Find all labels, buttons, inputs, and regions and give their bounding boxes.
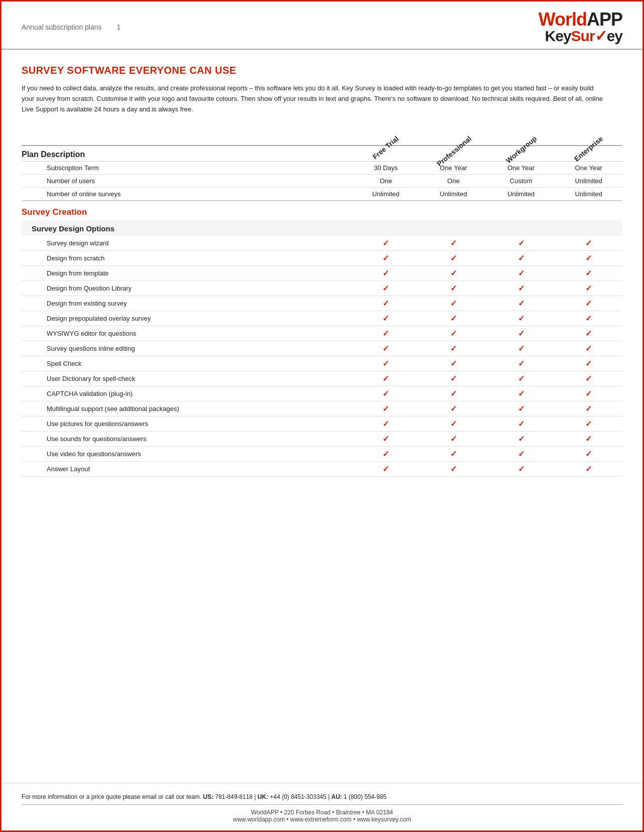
use-sounds-row: Use sounds for questions/answers ✓ ✓ ✓ ✓	[22, 432, 622, 447]
design-template-row: Design from template ✓ ✓ ✓ ✓	[22, 266, 622, 281]
check-spell-work: ✓	[518, 359, 525, 368]
num-surveys-ent: Unlimited	[555, 188, 622, 201]
design-scratch-row: Design from scratch ✓ ✓ ✓ ✓	[22, 251, 622, 266]
inline-editing-label: Survey questions inline editing	[22, 341, 352, 356]
check-existing-work: ✓	[518, 299, 525, 308]
doc-title: Annual subscription plans	[22, 23, 102, 31]
check-wizard-work: ✓	[518, 239, 525, 247]
footer-au-label: AU:	[331, 793, 342, 800]
check-video-ent: ✓	[585, 450, 592, 458]
multilingual-row: Multilingual support (see additional pac…	[22, 401, 622, 417]
check-layout-free: ✓	[382, 465, 389, 473]
subscription-term-row: Subscription Term 30 Days One Year One Y…	[22, 162, 622, 175]
use-video-label: Use video for questions/answers	[22, 447, 352, 462]
num-surveys-label: Number of online surveys	[22, 188, 352, 201]
use-sounds-label: Use sounds for questions/answers	[22, 432, 352, 447]
footer-divider	[22, 804, 622, 805]
check-spell-free: ✓	[382, 359, 389, 368]
num-users-row: Number of users One One Custom Unlimited	[22, 175, 622, 188]
logo-keysurvey: KeySur✓ey	[545, 29, 622, 44]
check-template-free: ✓	[382, 269, 389, 278]
footer-us-phone: 781-849-8118	[215, 793, 253, 800]
page-number: 1	[117, 23, 121, 31]
check-wysiwyg-pro: ✓	[450, 329, 457, 338]
multilingual-label: Multilingual support (see additional pac…	[22, 401, 352, 417]
check-multi-ent: ✓	[585, 404, 592, 413]
footer-us-label: US:	[203, 793, 214, 800]
pricing-table: Free Trial Professional Workgroup Enterp…	[22, 129, 622, 477]
footer-address-line1: WorldAPP • 220 Forbes Road • Braintree •…	[22, 809, 622, 816]
design-scratch-label: Design from scratch	[22, 251, 352, 266]
check-scratch-pro: ✓	[450, 254, 457, 262]
check-dict-free: ✓	[382, 374, 389, 383]
spell-check-label: Spell Check	[22, 356, 352, 371]
check-layout-ent: ✓	[585, 465, 592, 473]
check-video-free: ✓	[382, 450, 389, 458]
footer-contact-text: For more information or a price quote pl…	[22, 793, 201, 800]
check-existing-free: ✓	[382, 299, 389, 308]
survey-creation-header-row: Survey Creation	[22, 201, 622, 220]
logo: WorldAPP KeySur✓ey	[539, 11, 622, 44]
logo-sur-text: Sur	[571, 28, 595, 44]
col-professional: Professional	[420, 129, 487, 146]
check-inline-pro: ✓	[450, 344, 457, 353]
design-prepopulated-label: Design prepopulated overlay survey	[22, 311, 352, 326]
footer-uk-label: UK:	[257, 793, 268, 800]
empty-col-header	[22, 129, 352, 146]
logo-key-text: Key	[545, 28, 571, 44]
check-multi-free: ✓	[382, 404, 389, 413]
check-pic-free: ✓	[382, 420, 389, 428]
check-sound-work: ✓	[518, 435, 525, 443]
survey-design-options-header-row: Survey Design Options	[22, 220, 622, 236]
subscription-term-work: One Year	[487, 162, 555, 175]
check-scratch-free: ✓	[382, 254, 389, 262]
check-captcha-free: ✓	[382, 389, 389, 398]
num-users-ent: Unlimited	[555, 175, 622, 188]
use-video-row: Use video for questions/answers ✓ ✓ ✓ ✓	[22, 447, 622, 462]
check-qlibrary-ent: ✓	[585, 284, 592, 293]
num-surveys-work: Unlimited	[487, 188, 555, 201]
spell-check-row: Spell Check ✓ ✓ ✓ ✓	[22, 356, 622, 371]
logo-world-text: WorldAPP	[539, 9, 622, 30]
inline-editing-row: Survey questions inline editing ✓ ✓ ✓ ✓	[22, 341, 622, 356]
check-existing-pro: ✓	[450, 299, 457, 308]
check-template-ent: ✓	[585, 269, 592, 278]
check-multi-work: ✓	[518, 404, 525, 413]
num-users-work: Custom	[487, 175, 555, 188]
check-qlibrary-pro: ✓	[450, 284, 457, 293]
check-wizard-free: ✓	[382, 239, 389, 247]
check-sound-pro: ✓	[450, 435, 457, 443]
design-question-library-row: Design from Question Library ✓ ✓ ✓ ✓	[22, 281, 622, 296]
check-existing-ent: ✓	[585, 299, 592, 308]
wysiwyg-row: WYSIWYG editor for questions ✓ ✓ ✓ ✓	[22, 326, 622, 341]
check-captcha-pro: ✓	[450, 389, 457, 398]
check-pic-work: ✓	[518, 420, 525, 428]
check-template-pro: ✓	[450, 269, 457, 278]
check-pic-ent: ✓	[585, 420, 592, 428]
col-workgroup: Workgroup	[487, 129, 555, 146]
captcha-row: CAPTCHA validation (plug-in) ✓ ✓ ✓ ✓	[22, 386, 622, 401]
check-template-work: ✓	[518, 269, 525, 278]
check-sound-free: ✓	[382, 435, 389, 443]
survey-design-wizard-label: Survey design wizard	[22, 236, 352, 251]
design-existing-row: Design from existing survey ✓ ✓ ✓ ✓	[22, 296, 622, 311]
check-layout-pro: ✓	[450, 465, 457, 473]
footer: For more information or a price quote pl…	[2, 783, 642, 830]
subscription-term-free: 30 Days	[352, 162, 420, 175]
footer-contact: For more information or a price quote pl…	[22, 793, 622, 800]
design-template-label: Design from template	[22, 266, 352, 281]
check-qlibrary-free: ✓	[382, 284, 389, 293]
check-wizard-ent: ✓	[585, 239, 592, 247]
check-pic-pro: ✓	[450, 420, 457, 428]
footer-uk-phone: +44 (0) 8451-303345	[270, 793, 326, 800]
num-surveys-free: Unlimited	[352, 188, 420, 201]
check-video-work: ✓	[518, 450, 525, 458]
survey-design-wizard-row: Survey design wizard ✓ ✓ ✓ ✓	[22, 236, 622, 251]
check-inline-work: ✓	[518, 344, 525, 353]
header-left: Annual subscription plans 1	[22, 23, 120, 31]
answer-layout-row: Answer Layout ✓ ✓ ✓ ✓	[22, 462, 622, 477]
check-spell-ent: ✓	[585, 359, 592, 368]
footer-address-line2: www.worldapp.com • www.extremeform.com •…	[22, 816, 622, 823]
num-surveys-pro: Unlimited	[420, 188, 487, 201]
check-scratch-work: ✓	[518, 254, 525, 262]
